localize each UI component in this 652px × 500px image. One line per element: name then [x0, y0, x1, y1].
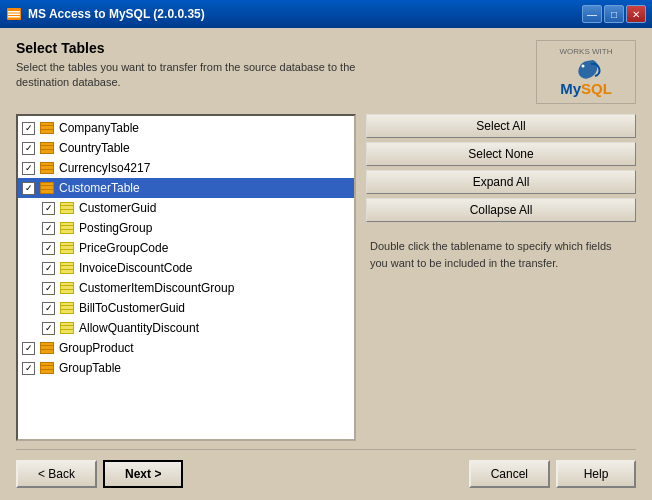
window-controls: — □ ✕: [582, 5, 646, 23]
table-item[interactable]: PostingGroup: [18, 218, 354, 238]
table-icon: [40, 122, 54, 134]
table-icon: [40, 142, 54, 154]
table-icon: [40, 362, 54, 374]
field-icon: [60, 322, 74, 334]
middle-section: CompanyTableCountryTableCurrencyIso4217C…: [16, 114, 636, 441]
right-panel: Select All Select None Expand All Collap…: [366, 114, 636, 441]
page-description: Select the tables you want to transfer f…: [16, 60, 396, 91]
table-checkbox[interactable]: [22, 342, 35, 355]
item-label: CompanyTable: [59, 121, 350, 135]
back-button[interactable]: < Back: [16, 460, 97, 488]
help-button[interactable]: Help: [556, 460, 636, 488]
maximize-button[interactable]: □: [604, 5, 624, 23]
table-checkbox[interactable]: [42, 282, 55, 295]
table-checkbox[interactable]: [22, 142, 35, 155]
mysql-logo: WORKS WITH MySQL: [536, 40, 636, 104]
item-label: CustomerTable: [59, 181, 350, 195]
close-button[interactable]: ✕: [626, 5, 646, 23]
table-item[interactable]: CompanyTable: [18, 118, 354, 138]
item-label: AllowQuantityDiscount: [79, 321, 350, 335]
svg-rect-1: [8, 11, 20, 13]
item-label: BillToCustomerGuid: [79, 301, 350, 315]
item-label: InvoiceDiscountCode: [79, 261, 350, 275]
field-icon: [60, 282, 74, 294]
item-label: GroupTable: [59, 361, 350, 375]
header-section: Select Tables Select the tables you want…: [16, 40, 636, 104]
table-checkbox[interactable]: [22, 122, 35, 135]
header-text: Select Tables Select the tables you want…: [16, 40, 396, 91]
table-checkbox[interactable]: [22, 162, 35, 175]
item-label: CustomerGuid: [79, 201, 350, 215]
table-item[interactable]: CustomerItemDiscountGroup: [18, 278, 354, 298]
action-buttons: Select All Select None Expand All Collap…: [366, 114, 636, 222]
expand-all-button[interactable]: Expand All: [366, 170, 636, 194]
field-icon: [60, 242, 74, 254]
item-label: CurrencyIso4217: [59, 161, 350, 175]
field-icon: [60, 202, 74, 214]
nav-left: < Back Next >: [16, 460, 183, 488]
table-list-container[interactable]: CompanyTableCountryTableCurrencyIso4217C…: [16, 114, 356, 441]
item-label: PostingGroup: [79, 221, 350, 235]
table-item[interactable]: AllowQuantityDiscount: [18, 318, 354, 338]
table-item[interactable]: InvoiceDiscountCode: [18, 258, 354, 278]
item-label: PriceGroupCode: [79, 241, 350, 255]
page-title: Select Tables: [16, 40, 396, 56]
table-item[interactable]: CurrencyIso4217: [18, 158, 354, 178]
nav-right: Cancel Help: [469, 460, 636, 488]
table-item[interactable]: CountryTable: [18, 138, 354, 158]
table-checkbox[interactable]: [22, 182, 35, 195]
next-button[interactable]: Next >: [103, 460, 183, 488]
table-item[interactable]: BillToCustomerGuid: [18, 298, 354, 318]
works-with-text: WORKS WITH: [560, 47, 613, 56]
table-checkbox[interactable]: [42, 302, 55, 315]
table-item[interactable]: GroupTable: [18, 358, 354, 378]
svg-rect-2: [8, 14, 20, 16]
table-item[interactable]: PriceGroupCode: [18, 238, 354, 258]
table-item[interactable]: CustomerTable: [18, 178, 354, 198]
item-label: CustomerItemDiscountGroup: [79, 281, 350, 295]
table-checkbox[interactable]: [42, 322, 55, 335]
field-icon: [60, 302, 74, 314]
table-icon: [40, 182, 54, 194]
table-list: CompanyTableCountryTableCurrencyIso4217C…: [18, 116, 354, 380]
select-all-button[interactable]: Select All: [366, 114, 636, 138]
field-icon: [60, 262, 74, 274]
select-none-button[interactable]: Select None: [366, 142, 636, 166]
table-checkbox[interactable]: [42, 222, 55, 235]
table-checkbox[interactable]: [42, 242, 55, 255]
svg-point-4: [582, 65, 585, 68]
table-icon: [40, 162, 54, 174]
cancel-button[interactable]: Cancel: [469, 460, 550, 488]
table-icon: [40, 342, 54, 354]
app-icon: [6, 6, 22, 22]
main-content: Select Tables Select the tables you want…: [0, 28, 652, 500]
collapse-all-button[interactable]: Collapse All: [366, 198, 636, 222]
table-checkbox[interactable]: [42, 202, 55, 215]
bottom-bar: < Back Next > Cancel Help: [16, 449, 636, 488]
table-item[interactable]: CustomerGuid: [18, 198, 354, 218]
window-title: MS Access to MySQL (2.0.0.35): [28, 7, 205, 21]
info-text: Double click the tablename to specify wh…: [366, 234, 636, 275]
table-checkbox[interactable]: [22, 362, 35, 375]
mysql-brand-my: My: [560, 80, 581, 97]
minimize-button[interactable]: —: [582, 5, 602, 23]
mysql-dolphin-icon: [571, 58, 601, 80]
item-label: GroupProduct: [59, 341, 350, 355]
svg-rect-3: [8, 16, 20, 18]
table-checkbox[interactable]: [42, 262, 55, 275]
title-bar: MS Access to MySQL (2.0.0.35) — □ ✕: [0, 0, 652, 28]
table-item[interactable]: GroupProduct: [18, 338, 354, 358]
field-icon: [60, 222, 74, 234]
mysql-brand-sql: SQL: [581, 80, 612, 97]
item-label: CountryTable: [59, 141, 350, 155]
